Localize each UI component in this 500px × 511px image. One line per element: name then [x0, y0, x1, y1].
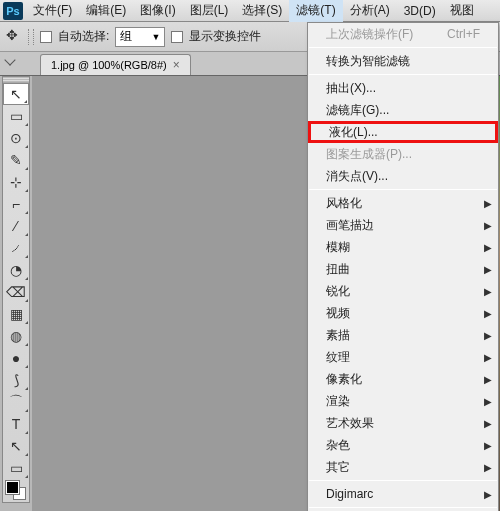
chevron-right-icon: ▶ — [484, 352, 492, 363]
tool-pen[interactable]: ⌒ — [3, 391, 29, 413]
chevron-right-icon: ▶ — [484, 242, 492, 253]
tool-move[interactable]: ↖ — [3, 83, 29, 105]
menu-view[interactable]: 视图 — [443, 0, 481, 22]
menu-blur[interactable]: 模糊▶ — [308, 236, 498, 258]
chevron-right-icon: ▶ — [484, 374, 492, 385]
chevron-right-icon: ▶ — [484, 198, 492, 209]
tool-healing[interactable]: ∕ — [3, 215, 29, 237]
tool-shape[interactable]: ▭ — [3, 457, 29, 479]
chevron-right-icon: ▶ — [484, 330, 492, 341]
color-swatches[interactable] — [3, 479, 29, 502]
menu-digimarc[interactable]: Digimarc▶ — [308, 483, 498, 505]
menu-last-filter: 上次滤镜操作(F) Ctrl+F — [308, 23, 498, 45]
menu-texture[interactable]: 纹理▶ — [308, 346, 498, 368]
menu-artistic[interactable]: 艺术效果▶ — [308, 412, 498, 434]
menu-select[interactable]: 选择(S) — [235, 0, 289, 22]
menu-convert-smart[interactable]: 转换为智能滤镜 — [308, 50, 498, 72]
menu-pixelate[interactable]: 像素化▶ — [308, 368, 498, 390]
menu-3d[interactable]: 3D(D) — [397, 1, 443, 21]
auto-select-label: 自动选择: — [58, 28, 109, 45]
menu-separator — [309, 189, 497, 190]
menu-liquify[interactable]: 液化(L)... — [308, 121, 498, 143]
ps-logo: Ps — [3, 2, 23, 20]
menu-video[interactable]: 视频▶ — [308, 302, 498, 324]
tool-marquee[interactable]: ▭ — [3, 105, 29, 127]
menu-file[interactable]: 文件(F) — [26, 0, 79, 22]
tool-crop[interactable]: ⊹ — [3, 171, 29, 193]
menu-separator — [309, 74, 497, 75]
chevron-right-icon: ▶ — [484, 308, 492, 319]
tool-gradient[interactable]: ◍ — [3, 325, 29, 347]
chevron-right-icon: ▶ — [484, 220, 492, 231]
chevron-right-icon: ▶ — [484, 418, 492, 429]
chevron-down-icon: ▼ — [151, 32, 160, 42]
show-transform-label: 显示变换控件 — [189, 28, 261, 45]
grip-icon — [28, 29, 34, 45]
menu-separator — [309, 480, 497, 481]
tool-eyedropper[interactable]: ⌐ — [3, 193, 29, 215]
menu-filter[interactable]: 滤镜(T) — [289, 0, 342, 22]
menu-filter-gallery[interactable]: 滤镜库(G)... — [308, 99, 498, 121]
show-transform-checkbox[interactable] — [171, 31, 183, 43]
document-tab-label: 1.jpg @ 100%(RGB/8#) — [51, 59, 167, 71]
menu-render[interactable]: 渲染▶ — [308, 390, 498, 412]
menu-brush-strokes[interactable]: 画笔描边▶ — [308, 214, 498, 236]
menu-distort[interactable]: 扭曲▶ — [308, 258, 498, 280]
toolbox: ↖ ▭ ⊙ ✎ ⊹ ⌐ ∕ ⟋ ◔ ⌫ ▦ ◍ ● ⟆ ⌒ T ↖ ▭ — [2, 76, 30, 503]
chevron-right-icon: ▶ — [484, 286, 492, 297]
menu-pattern-maker: 图案生成器(P)... — [308, 143, 498, 165]
menu-sharpen[interactable]: 锐化▶ — [308, 280, 498, 302]
menu-layer[interactable]: 图层(L) — [183, 0, 236, 22]
menu-noise[interactable]: 杂色▶ — [308, 434, 498, 456]
menu-extract[interactable]: 抽出(X)... — [308, 77, 498, 99]
menu-analysis[interactable]: 分析(A) — [343, 0, 397, 22]
tool-dodge[interactable]: ⟆ — [3, 369, 29, 391]
tool-wand[interactable]: ✎ — [3, 149, 29, 171]
menu-separator — [309, 507, 497, 508]
menubar: Ps 文件(F) 编辑(E) 图像(I) 图层(L) 选择(S) 滤镜(T) 分… — [0, 0, 500, 22]
menu-edit[interactable]: 编辑(E) — [79, 0, 133, 22]
close-icon[interactable]: × — [173, 58, 180, 72]
chevron-right-icon: ▶ — [484, 489, 492, 500]
menu-separator — [309, 47, 497, 48]
tool-eraser[interactable]: ▦ — [3, 303, 29, 325]
tool-history-brush[interactable]: ⌫ — [3, 281, 29, 303]
chevron-right-icon: ▶ — [484, 396, 492, 407]
menu-image[interactable]: 图像(I) — [133, 0, 182, 22]
tool-path[interactable]: ↖ — [3, 435, 29, 457]
menu-sketch[interactable]: 素描▶ — [308, 324, 498, 346]
auto-select-checkbox[interactable] — [40, 31, 52, 43]
tool-type[interactable]: T — [3, 413, 29, 435]
chevron-right-icon: ▶ — [484, 440, 492, 451]
chevron-right-icon: ▶ — [484, 264, 492, 275]
auto-select-dropdown[interactable]: 组 ▼ — [115, 27, 165, 47]
menu-other[interactable]: 其它▶ — [308, 456, 498, 478]
shortcut-label: Ctrl+F — [447, 27, 480, 41]
tool-lasso[interactable]: ⊙ — [3, 127, 29, 149]
tool-stamp[interactable]: ◔ — [3, 259, 29, 281]
move-tool-icon — [6, 29, 22, 45]
foreground-swatch[interactable] — [6, 481, 19, 494]
document-tab[interactable]: 1.jpg @ 100%(RGB/8#) × — [40, 54, 191, 75]
auto-select-value: 组 — [120, 28, 132, 45]
expand-panel-icon[interactable] — [4, 54, 15, 65]
tool-brush[interactable]: ⟋ — [3, 237, 29, 259]
filter-menu-dropdown: 上次滤镜操作(F) Ctrl+F 转换为智能滤镜 抽出(X)... 滤镜库(G)… — [307, 22, 499, 511]
tool-blur[interactable]: ● — [3, 347, 29, 369]
menu-stylize[interactable]: 风格化▶ — [308, 192, 498, 214]
menu-vanishing-point[interactable]: 消失点(V)... — [308, 165, 498, 187]
chevron-right-icon: ▶ — [484, 462, 492, 473]
